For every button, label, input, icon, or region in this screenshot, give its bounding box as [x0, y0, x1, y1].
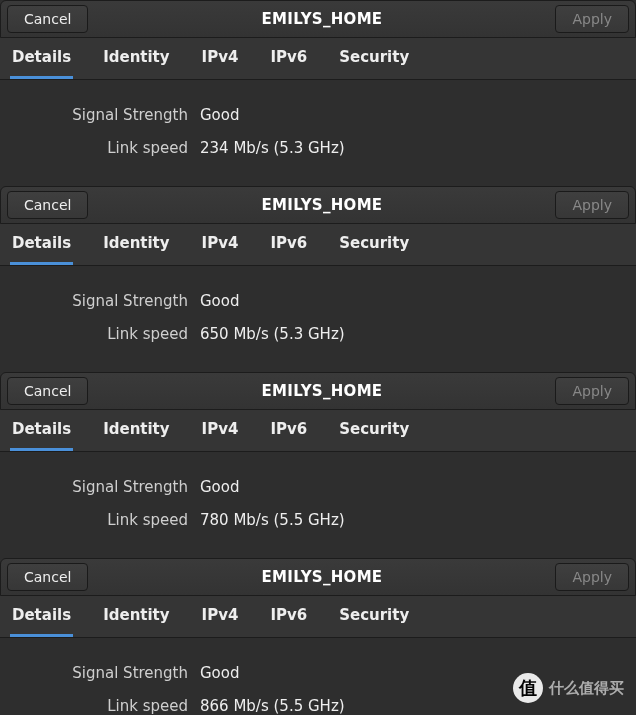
- header-bar: Cancel EMILYS_HOME Apply: [0, 0, 636, 38]
- tab-ipv4[interactable]: IPv4: [200, 410, 241, 451]
- tab-details[interactable]: Details: [10, 224, 73, 265]
- window-title: EMILYS_HOME: [261, 10, 382, 28]
- link-speed-label: Link speed: [8, 135, 200, 162]
- link-speed-label: Link speed: [8, 693, 200, 715]
- tab-details[interactable]: Details: [10, 596, 73, 637]
- tab-identity[interactable]: Identity: [101, 224, 171, 265]
- details-body: Signal Strength Good Link speed 234 Mb/s…: [0, 80, 636, 186]
- signal-strength-value: Good: [200, 102, 240, 129]
- cancel-button[interactable]: Cancel: [7, 377, 88, 405]
- apply-button[interactable]: Apply: [555, 563, 629, 591]
- apply-button[interactable]: Apply: [555, 191, 629, 219]
- detail-row: Link speed 650 Mb/s (5.3 GHz): [8, 321, 628, 348]
- tab-ipv6[interactable]: IPv6: [268, 38, 309, 79]
- details-body: Signal Strength Good Link speed 650 Mb/s…: [0, 266, 636, 372]
- tab-security[interactable]: Security: [337, 410, 411, 451]
- signal-strength-value: Good: [200, 288, 240, 315]
- tab-ipv4[interactable]: IPv4: [200, 596, 241, 637]
- detail-row: Link speed 780 Mb/s (5.5 GHz): [8, 507, 628, 534]
- wifi-settings-panel: Cancel EMILYS_HOME Apply Details Identit…: [0, 0, 636, 186]
- tab-security[interactable]: Security: [337, 596, 411, 637]
- wifi-settings-panel: Cancel EMILYS_HOME Apply Details Identit…: [0, 186, 636, 372]
- window-title: EMILYS_HOME: [261, 568, 382, 586]
- apply-button[interactable]: Apply: [555, 5, 629, 33]
- detail-row: Signal Strength Good: [8, 102, 628, 129]
- link-speed-label: Link speed: [8, 321, 200, 348]
- apply-button[interactable]: Apply: [555, 377, 629, 405]
- link-speed-value: 780 Mb/s (5.5 GHz): [200, 507, 345, 534]
- details-body: Signal Strength Good Link speed 866 Mb/s…: [0, 638, 636, 715]
- tab-ipv6[interactable]: IPv6: [268, 410, 309, 451]
- tab-security[interactable]: Security: [337, 224, 411, 265]
- signal-strength-value: Good: [200, 660, 240, 687]
- tab-identity[interactable]: Identity: [101, 596, 171, 637]
- tab-details[interactable]: Details: [10, 38, 73, 79]
- signal-strength-label: Signal Strength: [8, 474, 200, 501]
- signal-strength-label: Signal Strength: [8, 288, 200, 315]
- detail-row: Signal Strength Good: [8, 288, 628, 315]
- cancel-button[interactable]: Cancel: [7, 563, 88, 591]
- tab-identity[interactable]: Identity: [101, 38, 171, 79]
- details-body: Signal Strength Good Link speed 780 Mb/s…: [0, 452, 636, 558]
- wifi-settings-panel: Cancel EMILYS_HOME Apply Details Identit…: [0, 372, 636, 558]
- signal-strength-label: Signal Strength: [8, 660, 200, 687]
- link-speed-value: 866 Mb/s (5.5 GHz): [200, 693, 345, 715]
- tab-ipv4[interactable]: IPv4: [200, 224, 241, 265]
- tab-identity[interactable]: Identity: [101, 410, 171, 451]
- header-bar: Cancel EMILYS_HOME Apply: [0, 186, 636, 224]
- tab-security[interactable]: Security: [337, 38, 411, 79]
- detail-row: Link speed 234 Mb/s (5.3 GHz): [8, 135, 628, 162]
- link-speed-value: 650 Mb/s (5.3 GHz): [200, 321, 345, 348]
- link-speed-value: 234 Mb/s (5.3 GHz): [200, 135, 345, 162]
- detail-row: Link speed 866 Mb/s (5.5 GHz): [8, 693, 628, 715]
- detail-row: Signal Strength Good: [8, 474, 628, 501]
- tab-bar: Details Identity IPv4 IPv6 Security: [0, 410, 636, 452]
- cancel-button[interactable]: Cancel: [7, 5, 88, 33]
- window-title: EMILYS_HOME: [261, 382, 382, 400]
- header-bar: Cancel EMILYS_HOME Apply: [0, 558, 636, 596]
- detail-row: Signal Strength Good: [8, 660, 628, 687]
- header-bar: Cancel EMILYS_HOME Apply: [0, 372, 636, 410]
- signal-strength-label: Signal Strength: [8, 102, 200, 129]
- tab-bar: Details Identity IPv4 IPv6 Security: [0, 596, 636, 638]
- tab-ipv6[interactable]: IPv6: [268, 596, 309, 637]
- tab-ipv4[interactable]: IPv4: [200, 38, 241, 79]
- cancel-button[interactable]: Cancel: [7, 191, 88, 219]
- signal-strength-value: Good: [200, 474, 240, 501]
- wifi-settings-panel: Cancel EMILYS_HOME Apply Details Identit…: [0, 558, 636, 715]
- tab-details[interactable]: Details: [10, 410, 73, 451]
- tab-ipv6[interactable]: IPv6: [268, 224, 309, 265]
- tab-bar: Details Identity IPv4 IPv6 Security: [0, 224, 636, 266]
- link-speed-label: Link speed: [8, 507, 200, 534]
- window-title: EMILYS_HOME: [261, 196, 382, 214]
- tab-bar: Details Identity IPv4 IPv6 Security: [0, 38, 636, 80]
